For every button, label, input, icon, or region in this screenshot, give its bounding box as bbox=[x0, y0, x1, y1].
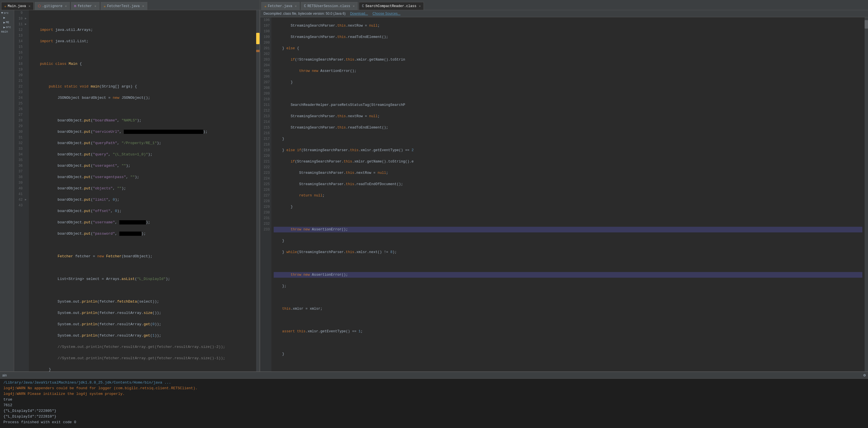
console-panel: ain ⚙ /Library/Java/JavaVirtualMachines/… bbox=[0, 371, 868, 428]
tab-fetcher-close[interactable]: ✕ bbox=[94, 4, 96, 8]
tab-rets-session-close[interactable]: ✕ bbox=[353, 4, 355, 8]
tab-fetcher-label: fetcher bbox=[78, 4, 92, 8]
tree-item-src[interactable]: ▼ src bbox=[1, 11, 13, 15]
tab-gitignore-label: .gitignore bbox=[42, 4, 62, 8]
console-line-9: Process finished with exit code 0 bbox=[3, 420, 865, 425]
decompiled-header-text: Decompiled .class file, bytecode version… bbox=[264, 11, 345, 16]
tab-rets-session[interactable]: C RETSUserSession.class ✕ bbox=[301, 2, 358, 10]
console-line-4: true bbox=[3, 397, 865, 402]
tree-main-label: main bbox=[1, 30, 8, 33]
tree-me-label: ME bbox=[6, 21, 9, 24]
line-numbers-right: 196 197 198 199 200 201 202 203 204 205 … bbox=[260, 17, 272, 371]
console-line-3: log4j:WARN Please initialize the log4j s… bbox=[3, 391, 865, 397]
tab-gitignore-close[interactable]: ✕ bbox=[65, 4, 67, 8]
decompiled-header: Decompiled .class file, bytecode version… bbox=[260, 10, 868, 17]
tab-search-compact-label: SearchCompactReader.class bbox=[366, 4, 416, 8]
tab-main-java-close[interactable]: ✕ bbox=[29, 4, 31, 8]
right-scrollbar[interactable] bbox=[865, 17, 868, 371]
tab-rets-session-label: RETSUserSession.class bbox=[307, 4, 350, 8]
tab-main-java[interactable]: ☕ Main.java ✕ bbox=[1, 2, 34, 10]
tree-org-label: orc bbox=[6, 26, 11, 29]
tree-item-unknown[interactable]: ▶ bbox=[1, 15, 13, 20]
console-line-7: {"L_DisplayId":"222810"} bbox=[3, 414, 865, 420]
console-line-5: 7612 bbox=[3, 402, 865, 408]
tree-src-label: src bbox=[4, 11, 9, 15]
line-numbers-left: 9 10 11 12 13 14 15 16 17 18 19 20 bbox=[14, 10, 24, 371]
tree-item-me[interactable]: ▶ ME bbox=[1, 20, 13, 25]
fetcher-java-icon: ☕ bbox=[265, 4, 266, 8]
console-line-6: {"L_DisplayId":"222805"} bbox=[3, 408, 865, 414]
console-toolbar: ain ⚙ bbox=[0, 372, 868, 379]
tree-arrow-unknown: ▶ bbox=[3, 16, 5, 20]
search-compact-icon: C bbox=[362, 4, 364, 8]
tree-arrow-me: ▶ bbox=[3, 21, 5, 24]
fetchertest-java-icon: ☕ bbox=[104, 4, 106, 8]
tab-fetcher-java[interactable]: ☕ Fetcher.java ✕ bbox=[261, 2, 300, 10]
console-line-2: log4j:WARN No appenders could be found f… bbox=[3, 386, 865, 391]
tab-search-compact[interactable]: C SearchCompactReader.class ✕ bbox=[359, 2, 424, 10]
m-icon: m bbox=[74, 4, 76, 8]
tab-fetcher-java-close[interactable]: ✕ bbox=[295, 4, 297, 8]
tab-fetchertest-close[interactable]: ✕ bbox=[142, 4, 144, 8]
rets-session-icon: C bbox=[304, 4, 306, 8]
fold-arrows: ▶ ▶ bbox=[24, 10, 29, 371]
tree-arrow-src: ▼ bbox=[1, 11, 3, 15]
console-name: ain bbox=[2, 373, 7, 377]
console-content: /Library/Java/JavaVirtualMachines/jdk1.8… bbox=[0, 379, 868, 428]
java-icon: ☕ bbox=[4, 4, 6, 8]
left-scrollbar[interactable] bbox=[256, 10, 259, 371]
tab-fetcher-java-label: Fetcher.java bbox=[268, 4, 292, 8]
choose-sources-link[interactable]: Choose Sources... bbox=[373, 11, 401, 16]
tab-fetcher[interactable]: m fetcher ✕ bbox=[71, 2, 99, 10]
console-line-1: /Library/Java/JavaVirtualMachines/jdk1.8… bbox=[3, 380, 865, 386]
tree-arrow-org: ▶ bbox=[3, 26, 5, 29]
gear-icon[interactable]: ⚙ bbox=[864, 373, 866, 378]
code-editor-left[interactable]: import java.util.Arrays; import java.uti… bbox=[29, 10, 256, 371]
code-editor-right[interactable]: StreamingSearchParser.this.nextRow = nul… bbox=[272, 17, 865, 371]
download-link[interactable]: Download... bbox=[350, 11, 368, 16]
git-icon: ⬡ bbox=[38, 4, 41, 8]
tab-search-compact-close[interactable]: ✕ bbox=[419, 4, 421, 8]
tree-item-main: main bbox=[1, 30, 13, 34]
tab-fetchertest[interactable]: ☕ FetcherTest.java ✕ bbox=[101, 2, 147, 10]
tab-main-java-label: Main.java bbox=[8, 4, 26, 8]
tab-fetchertest-label: FetcherTest.java bbox=[107, 4, 140, 8]
tab-gitignore[interactable]: ⬡ .gitignore ✕ bbox=[35, 2, 70, 10]
tree-item-org[interactable]: ▶ orc bbox=[1, 25, 13, 30]
